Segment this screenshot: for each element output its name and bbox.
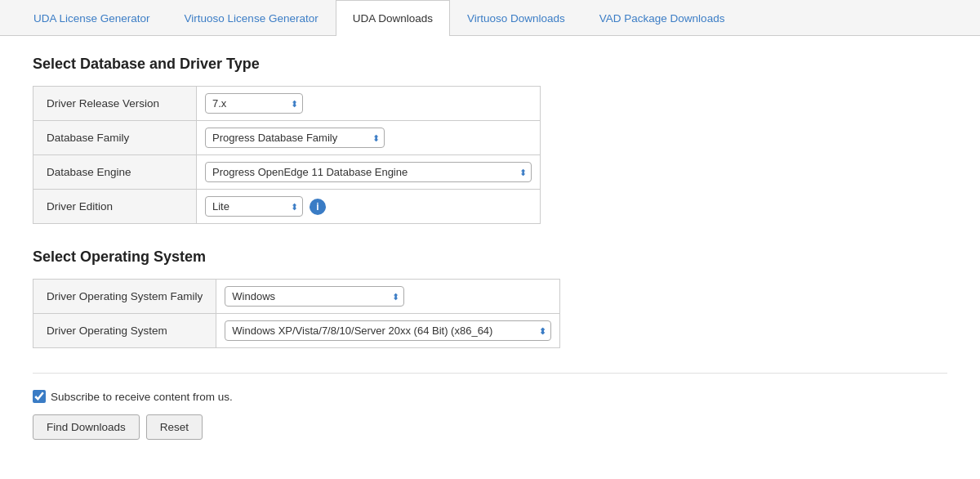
tabs-bar: UDA License Generator Virtuoso License G… xyxy=(0,0,980,36)
database-engine-wrapper: Progress OpenEdge 11 Database Engine Pro… xyxy=(205,162,532,182)
subscribe-section: Subscribe to receive content from us. xyxy=(33,390,947,403)
tab-virtuoso-downloads[interactable]: Virtuoso Downloads xyxy=(450,0,582,36)
driver-release-version-label: Driver Release Version xyxy=(33,87,197,121)
tab-virtuoso-license[interactable]: Virtuoso License Generator xyxy=(167,0,336,36)
database-family-cell: Progress Database Family Oracle SQL Serv… xyxy=(197,121,541,155)
os-family-label: Driver Operating System Family xyxy=(33,280,216,314)
database-family-label: Database Family xyxy=(33,121,197,155)
driver-edition-label: Driver Edition xyxy=(33,190,197,224)
database-family-select[interactable]: Progress Database Family Oracle SQL Serv… xyxy=(205,128,385,148)
os-section: Select Operating System Driver Operating… xyxy=(33,248,947,348)
table-row: Driver Operating System Family Windows L… xyxy=(33,280,560,314)
os-form-table: Driver Operating System Family Windows L… xyxy=(33,279,560,348)
driver-edition-select[interactable]: Lite Enterprise xyxy=(205,196,303,217)
driver-edition-info-icon[interactable]: i xyxy=(310,199,326,215)
database-engine-cell: Progress OpenEdge 11 Database Engine Pro… xyxy=(197,155,541,190)
database-family-wrapper: Progress Database Family Oracle SQL Serv… xyxy=(205,128,385,148)
os-family-wrapper: Windows Linux macOS Solaris xyxy=(225,286,404,307)
db-section: Select Database and Driver Type Driver R… xyxy=(33,56,947,224)
reset-button[interactable]: Reset xyxy=(146,414,203,440)
find-downloads-button[interactable]: Find Downloads xyxy=(33,414,140,440)
subscribe-checkbox[interactable] xyxy=(33,390,46,403)
driver-release-version-cell: 6.x 7.x 8.x xyxy=(197,87,541,121)
os-version-wrapper: Windows XP/Vista/7/8/10/Server 20xx (64 … xyxy=(225,320,551,341)
db-section-title: Select Database and Driver Type xyxy=(33,56,947,73)
os-family-select[interactable]: Windows Linux macOS Solaris xyxy=(225,286,404,307)
os-version-select[interactable]: Windows XP/Vista/7/8/10/Server 20xx (64 … xyxy=(225,320,551,341)
os-section-title: Select Operating System xyxy=(33,248,947,266)
tab-uda-license[interactable]: UDA License Generator xyxy=(16,0,167,36)
subscribe-label: Subscribe to receive content from us. xyxy=(51,391,233,403)
os-version-cell: Windows XP/Vista/7/8/10/Server 20xx (64 … xyxy=(216,314,560,348)
tab-uda-downloads[interactable]: UDA Downloads xyxy=(336,0,450,36)
db-form-table: Driver Release Version 6.x 7.x 8.x xyxy=(33,86,541,224)
table-row: Driver Edition Lite Enterprise i xyxy=(33,190,541,224)
buttons-row: Find Downloads Reset xyxy=(33,414,947,440)
database-engine-label: Database Engine xyxy=(33,155,197,190)
driver-edition-wrapper: Lite Enterprise xyxy=(205,196,303,217)
divider xyxy=(33,373,947,374)
driver-release-version-wrapper: 6.x 7.x 8.x xyxy=(205,93,303,114)
table-row: Database Family Progress Database Family… xyxy=(33,121,541,155)
driver-release-version-select[interactable]: 6.x 7.x 8.x xyxy=(205,93,303,114)
main-content: Select Database and Driver Type Driver R… xyxy=(0,36,980,459)
table-row: Driver Release Version 6.x 7.x 8.x xyxy=(33,87,541,121)
table-row: Database Engine Progress OpenEdge 11 Dat… xyxy=(33,155,541,190)
os-version-label: Driver Operating System xyxy=(33,314,216,348)
driver-edition-cell: Lite Enterprise i xyxy=(197,190,541,224)
database-engine-select[interactable]: Progress OpenEdge 11 Database Engine Pro… xyxy=(205,162,532,182)
os-family-cell: Windows Linux macOS Solaris xyxy=(216,280,560,314)
table-row: Driver Operating System Windows XP/Vista… xyxy=(33,314,560,348)
tab-vad-downloads[interactable]: VAD Package Downloads xyxy=(582,0,742,36)
